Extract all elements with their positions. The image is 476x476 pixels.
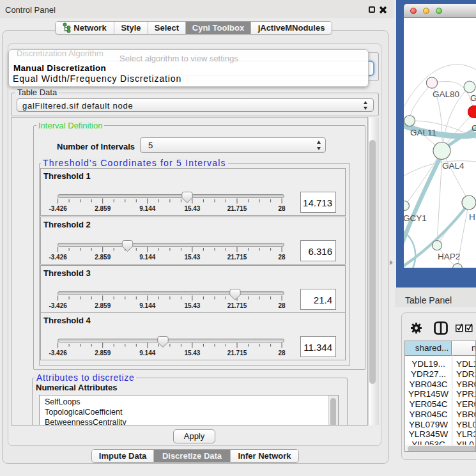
svg-text:-3.426: -3.426 xyxy=(49,254,67,261)
svg-text:9.144: 9.144 xyxy=(139,205,155,212)
svg-text:21.715: 21.715 xyxy=(227,302,247,309)
svg-text:GCY1: GCY1 xyxy=(404,213,427,223)
svg-text:21.715: 21.715 xyxy=(227,349,247,357)
svg-text:9.144: 9.144 xyxy=(139,254,155,261)
svg-text:H: H xyxy=(469,212,475,222)
svg-text:2.859: 2.859 xyxy=(95,302,111,309)
svg-text:15.43: 15.43 xyxy=(184,205,200,212)
svg-text:6.316: 6.316 xyxy=(308,246,332,257)
svg-text:28: 28 xyxy=(279,302,286,309)
svg-text:15.43: 15.43 xyxy=(184,254,200,261)
svg-text:GAL80: GAL80 xyxy=(433,89,459,99)
svg-text:GAL4: GAL4 xyxy=(442,161,464,171)
svg-text:-3.426: -3.426 xyxy=(49,302,67,309)
svg-text:28: 28 xyxy=(279,349,286,357)
svg-text:21.715: 21.715 xyxy=(227,254,247,261)
svg-text:9.144: 9.144 xyxy=(139,349,155,357)
svg-text:28: 28 xyxy=(279,205,286,212)
svg-text:2.859: 2.859 xyxy=(95,254,111,261)
svg-text:21.715: 21.715 xyxy=(227,205,247,212)
svg-text:2.859: 2.859 xyxy=(95,349,111,357)
svg-text:-3.426: -3.426 xyxy=(49,349,67,357)
svg-text:15.43: 15.43 xyxy=(184,349,200,357)
svg-text:9.144: 9.144 xyxy=(139,302,155,309)
svg-text:21.4: 21.4 xyxy=(314,295,332,305)
svg-text:GAL11: GAL11 xyxy=(410,128,436,137)
svg-text:14.713: 14.713 xyxy=(303,197,332,208)
svg-text:C: C xyxy=(472,123,476,133)
svg-text:15.43: 15.43 xyxy=(184,302,200,309)
svg-text:28: 28 xyxy=(279,254,286,261)
svg-text:2.859: 2.859 xyxy=(95,205,111,212)
svg-text:-3.426: -3.426 xyxy=(49,205,67,212)
svg-text:HAP2: HAP2 xyxy=(438,252,460,261)
svg-text:11.344: 11.344 xyxy=(303,342,332,353)
svg-text:G.: G. xyxy=(470,93,476,103)
